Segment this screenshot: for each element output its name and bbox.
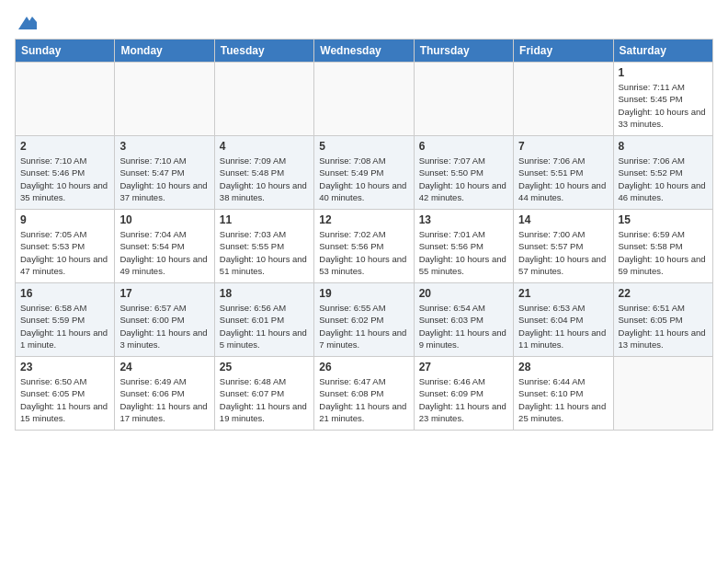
day-number: 19 xyxy=(319,287,408,300)
calendar-day-cell: 9Sunrise: 7:05 AM Sunset: 5:53 PM Daylig… xyxy=(16,210,115,283)
day-info: Sunrise: 7:01 AM Sunset: 5:56 PM Dayligh… xyxy=(419,228,508,277)
day-info: Sunrise: 7:11 AM Sunset: 5:45 PM Dayligh… xyxy=(619,81,708,130)
calendar-day-cell: 27Sunrise: 6:46 AM Sunset: 6:09 PM Dayli… xyxy=(414,357,513,431)
day-number: 8 xyxy=(619,140,708,153)
day-number: 6 xyxy=(419,140,508,153)
day-info: Sunrise: 7:00 AM Sunset: 5:57 PM Dayligh… xyxy=(518,228,608,277)
calendar-day-cell: 26Sunrise: 6:47 AM Sunset: 6:08 PM Dayli… xyxy=(314,357,414,431)
calendar-day-cell: 1Sunrise: 7:11 AM Sunset: 5:45 PM Daylig… xyxy=(613,63,712,136)
calendar-day-cell: 2Sunrise: 7:10 AM Sunset: 5:46 PM Daylig… xyxy=(16,136,115,210)
calendar-day-cell: 15Sunrise: 6:59 AM Sunset: 5:58 PM Dayli… xyxy=(613,210,712,283)
day-info: Sunrise: 7:07 AM Sunset: 5:50 PM Dayligh… xyxy=(419,155,508,203)
day-info: Sunrise: 7:10 AM Sunset: 5:46 PM Dayligh… xyxy=(20,155,109,203)
column-header-tuesday: Tuesday xyxy=(214,40,313,63)
day-info: Sunrise: 7:10 AM Sunset: 5:47 PM Dayligh… xyxy=(119,155,209,203)
day-number: 20 xyxy=(419,287,508,300)
calendar-week-row: 23Sunrise: 6:50 AM Sunset: 6:05 PM Dayli… xyxy=(16,357,713,431)
day-info: Sunrise: 7:02 AM Sunset: 5:56 PM Dayligh… xyxy=(319,228,408,277)
logo-general xyxy=(15,15,37,29)
day-info: Sunrise: 7:06 AM Sunset: 5:51 PM Dayligh… xyxy=(518,155,608,203)
day-info: Sunrise: 6:57 AM Sunset: 6:00 PM Dayligh… xyxy=(119,302,209,350)
calendar-header-row: SundayMondayTuesdayWednesdayThursdayFrid… xyxy=(16,40,713,63)
day-number: 9 xyxy=(20,213,109,226)
day-info: Sunrise: 6:58 AM Sunset: 5:59 PM Dayligh… xyxy=(20,302,109,350)
day-number: 25 xyxy=(220,361,309,373)
column-header-sunday: Sunday xyxy=(16,40,115,63)
day-info: Sunrise: 6:55 AM Sunset: 6:02 PM Dayligh… xyxy=(319,302,408,350)
column-header-wednesday: Wednesday xyxy=(314,40,414,63)
day-info: Sunrise: 7:03 AM Sunset: 5:55 PM Dayligh… xyxy=(220,228,309,277)
calendar-day-cell: 18Sunrise: 6:56 AM Sunset: 6:01 PM Dayli… xyxy=(214,283,313,357)
day-info: Sunrise: 7:06 AM Sunset: 5:52 PM Dayligh… xyxy=(619,155,708,203)
day-info: Sunrise: 6:51 AM Sunset: 6:05 PM Dayligh… xyxy=(619,302,708,350)
day-number: 18 xyxy=(220,287,309,300)
day-info: Sunrise: 6:44 AM Sunset: 6:10 PM Dayligh… xyxy=(518,375,608,424)
calendar-day-cell xyxy=(314,63,414,136)
day-number: 26 xyxy=(319,361,408,373)
day-number: 2 xyxy=(20,140,109,153)
calendar-day-cell: 20Sunrise: 6:54 AM Sunset: 6:03 PM Dayli… xyxy=(414,283,513,357)
day-number: 24 xyxy=(119,361,209,373)
day-number: 21 xyxy=(518,287,608,300)
calendar-day-cell xyxy=(16,63,115,136)
calendar-day-cell: 24Sunrise: 6:49 AM Sunset: 6:06 PM Dayli… xyxy=(115,357,214,431)
calendar-week-row: 9Sunrise: 7:05 AM Sunset: 5:53 PM Daylig… xyxy=(16,210,713,283)
day-number: 15 xyxy=(619,213,708,226)
calendar-day-cell: 25Sunrise: 6:48 AM Sunset: 6:07 PM Dayli… xyxy=(214,357,313,431)
calendar-day-cell: 17Sunrise: 6:57 AM Sunset: 6:00 PM Dayli… xyxy=(115,283,214,357)
column-header-monday: Monday xyxy=(115,40,214,63)
day-number: 1 xyxy=(619,66,708,79)
day-number: 23 xyxy=(20,361,109,373)
calendar-day-cell: 22Sunrise: 6:51 AM Sunset: 6:05 PM Dayli… xyxy=(613,283,712,357)
day-number: 7 xyxy=(518,140,608,153)
day-info: Sunrise: 6:48 AM Sunset: 6:07 PM Dayligh… xyxy=(220,375,309,424)
day-number: 5 xyxy=(319,140,408,153)
calendar-day-cell: 6Sunrise: 7:07 AM Sunset: 5:50 PM Daylig… xyxy=(414,136,513,210)
calendar-day-cell: 11Sunrise: 7:03 AM Sunset: 5:55 PM Dayli… xyxy=(214,210,313,283)
day-number: 22 xyxy=(619,287,708,300)
calendar-day-cell: 7Sunrise: 7:06 AM Sunset: 5:51 PM Daylig… xyxy=(514,136,613,210)
calendar-day-cell: 13Sunrise: 7:01 AM Sunset: 5:56 PM Dayli… xyxy=(414,210,513,283)
calendar-day-cell xyxy=(613,357,712,431)
page-header xyxy=(15,15,713,29)
calendar-day-cell: 21Sunrise: 6:53 AM Sunset: 6:04 PM Dayli… xyxy=(514,283,613,357)
calendar-day-cell: 16Sunrise: 6:58 AM Sunset: 5:59 PM Dayli… xyxy=(16,283,115,357)
column-header-thursday: Thursday xyxy=(414,40,513,63)
day-number: 3 xyxy=(119,140,209,153)
calendar-day-cell: 19Sunrise: 6:55 AM Sunset: 6:02 PM Dayli… xyxy=(314,283,414,357)
day-number: 10 xyxy=(119,213,209,226)
calendar-day-cell: 23Sunrise: 6:50 AM Sunset: 6:05 PM Dayli… xyxy=(16,357,115,431)
day-number: 11 xyxy=(220,213,309,226)
day-info: Sunrise: 6:59 AM Sunset: 5:58 PM Dayligh… xyxy=(619,228,708,277)
calendar-day-cell: 12Sunrise: 7:02 AM Sunset: 5:56 PM Dayli… xyxy=(314,210,414,283)
day-info: Sunrise: 7:04 AM Sunset: 5:54 PM Dayligh… xyxy=(119,228,209,277)
day-number: 4 xyxy=(220,140,309,153)
calendar-day-cell: 28Sunrise: 6:44 AM Sunset: 6:10 PM Dayli… xyxy=(514,357,613,431)
calendar-day-cell: 14Sunrise: 7:00 AM Sunset: 5:57 PM Dayli… xyxy=(514,210,613,283)
day-number: 14 xyxy=(518,213,608,226)
day-info: Sunrise: 7:05 AM Sunset: 5:53 PM Dayligh… xyxy=(20,228,109,277)
calendar-table: SundayMondayTuesdayWednesdayThursdayFrid… xyxy=(15,39,713,431)
day-info: Sunrise: 6:46 AM Sunset: 6:09 PM Dayligh… xyxy=(419,375,508,424)
calendar-day-cell: 3Sunrise: 7:10 AM Sunset: 5:47 PM Daylig… xyxy=(115,136,214,210)
calendar-day-cell: 8Sunrise: 7:06 AM Sunset: 5:52 PM Daylig… xyxy=(613,136,712,210)
calendar-day-cell: 4Sunrise: 7:09 AM Sunset: 5:48 PM Daylig… xyxy=(214,136,313,210)
calendar-day-cell xyxy=(514,63,613,136)
day-info: Sunrise: 7:08 AM Sunset: 5:49 PM Dayligh… xyxy=(319,155,408,203)
column-header-saturday: Saturday xyxy=(613,40,712,63)
calendar-day-cell xyxy=(414,63,513,136)
calendar-day-cell: 5Sunrise: 7:08 AM Sunset: 5:49 PM Daylig… xyxy=(314,136,414,210)
day-info: Sunrise: 6:54 AM Sunset: 6:03 PM Dayligh… xyxy=(419,302,508,350)
day-info: Sunrise: 7:09 AM Sunset: 5:48 PM Dayligh… xyxy=(220,155,309,203)
day-number: 17 xyxy=(119,287,209,300)
day-info: Sunrise: 6:56 AM Sunset: 6:01 PM Dayligh… xyxy=(220,302,309,350)
day-info: Sunrise: 6:49 AM Sunset: 6:06 PM Dayligh… xyxy=(119,375,209,424)
calendar-day-cell: 10Sunrise: 7:04 AM Sunset: 5:54 PM Dayli… xyxy=(115,210,214,283)
day-info: Sunrise: 6:53 AM Sunset: 6:04 PM Dayligh… xyxy=(518,302,608,350)
logo xyxy=(15,15,37,29)
calendar-day-cell xyxy=(214,63,313,136)
day-info: Sunrise: 6:50 AM Sunset: 6:05 PM Dayligh… xyxy=(20,375,109,424)
calendar-week-row: 1Sunrise: 7:11 AM Sunset: 5:45 PM Daylig… xyxy=(16,63,713,136)
logo-text xyxy=(15,15,37,29)
day-number: 28 xyxy=(518,361,608,373)
